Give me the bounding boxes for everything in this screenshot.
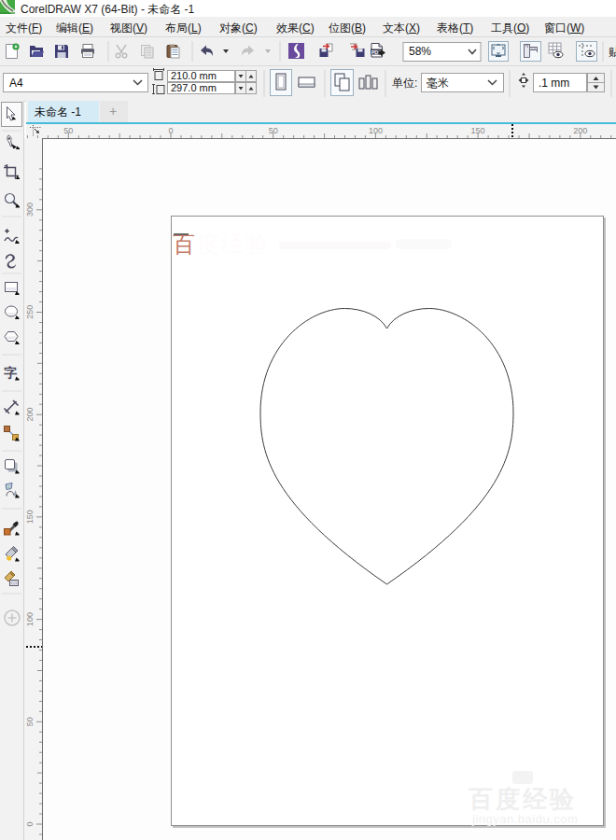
svg-text:300: 300	[25, 203, 35, 217]
svg-text:200: 200	[25, 407, 35, 421]
svg-text:200: 200	[573, 126, 587, 135]
svg-text:297.0 mm: 297.0 mm	[171, 82, 217, 93]
svg-text:贴齐: 贴齐	[609, 46, 616, 59]
svg-text:100: 100	[25, 612, 35, 626]
svg-text:100: 100	[369, 126, 383, 135]
svg-text:150: 150	[25, 510, 35, 524]
svg-text:210.0 mm: 210.0 mm	[171, 70, 217, 81]
svg-text:150: 150	[471, 126, 485, 135]
svg-text:A4: A4	[9, 77, 23, 90]
svg-text:58%: 58%	[409, 45, 431, 58]
svg-text:0: 0	[25, 821, 35, 826]
svg-text:50: 50	[269, 126, 278, 135]
svg-text:毫米: 毫米	[427, 77, 449, 90]
svg-text:250: 250	[25, 305, 35, 319]
svg-text:.1 mm: .1 mm	[539, 77, 569, 90]
svg-text:50: 50	[25, 717, 35, 726]
svg-text:字: 字	[4, 365, 17, 380]
svg-text:0: 0	[168, 126, 173, 135]
svg-text:单位:: 单位:	[392, 77, 417, 90]
svg-text:50: 50	[63, 126, 73, 135]
